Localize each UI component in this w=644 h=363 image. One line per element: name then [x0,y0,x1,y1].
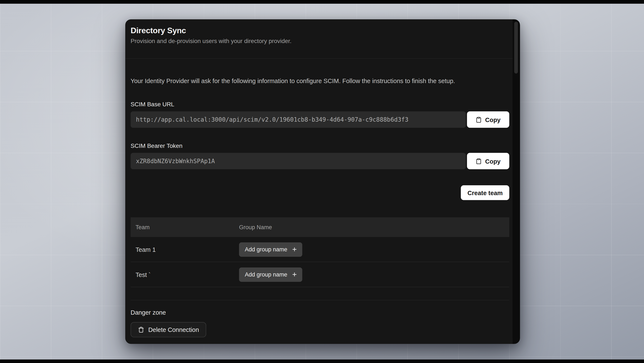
danger-zone-divider [130,300,509,300]
scim-bearer-token-label: SCIM Bearer Token [130,142,509,150]
scrollbar-track[interactable] [512,20,520,344]
bottom-black-bar [0,360,644,363]
scim-bearer-token-row: Copy [130,153,509,169]
table-header-row: Team Group Name [130,217,509,237]
modal-body: Your Identity Provider will ask for the … [125,77,520,343]
create-team-row: Create team [130,185,509,200]
delete-connection-button[interactable]: Delete Connection [130,322,206,337]
scim-base-url-label: SCIM Base URL [130,101,509,108]
scim-bearer-token-field: SCIM Bearer Token Copy [130,142,509,169]
plus-icon [291,272,297,277]
plus-icon [291,246,297,252]
add-group-name-label: Add group name [245,246,287,253]
page-title: Directory Sync [130,26,514,35]
add-group-name-button[interactable]: Add group name [239,242,302,257]
copy-button-label: Copy [485,116,500,123]
group-name-cell: Add group name [239,242,504,257]
column-header-group-name: Group Name [239,224,504,230]
table-row: Team 1 Add group name [130,237,509,262]
scim-instructions-text: Your Identity Provider will ask for the … [130,77,509,85]
scim-base-url-field: SCIM Base URL Copy [130,101,509,128]
desktop-background: Directory Sync Provision and de-provisio… [0,0,644,363]
copy-bearer-token-button[interactable]: Copy [467,153,510,169]
modal-header: Directory Sync Provision and de-provisio… [125,20,520,59]
team-name-cell: Team 1 [136,246,239,253]
directory-sync-modal: Directory Sync Provision and de-provisio… [125,20,520,344]
page-subtitle: Provision and de-provision users with yo… [130,37,514,46]
copy-button-label: Copy [485,158,500,165]
create-team-button[interactable]: Create team [461,185,509,200]
trash-icon [138,326,144,333]
column-header-team: Team [136,224,239,230]
scrollbar-thumb[interactable] [514,22,518,74]
top-black-bar [0,0,644,4]
add-group-name-label: Add group name [245,271,287,278]
table-row: Test ` Add group name [130,262,509,287]
delete-connection-label: Delete Connection [148,326,199,333]
clipboard-icon [476,116,482,123]
add-group-name-button[interactable]: Add group name [239,267,302,282]
clipboard-icon [476,158,482,164]
scim-base-url-row: Copy [130,112,509,128]
group-name-cell: Add group name [239,267,504,282]
scim-base-url-input[interactable] [130,112,466,128]
team-name-cell: Test ` [136,271,239,278]
copy-base-url-button[interactable]: Copy [467,112,510,128]
danger-zone-label: Danger zone [130,309,509,316]
team-group-table: Team Group Name Team 1 Add group name [130,217,509,287]
scim-bearer-token-input[interactable] [130,153,466,169]
